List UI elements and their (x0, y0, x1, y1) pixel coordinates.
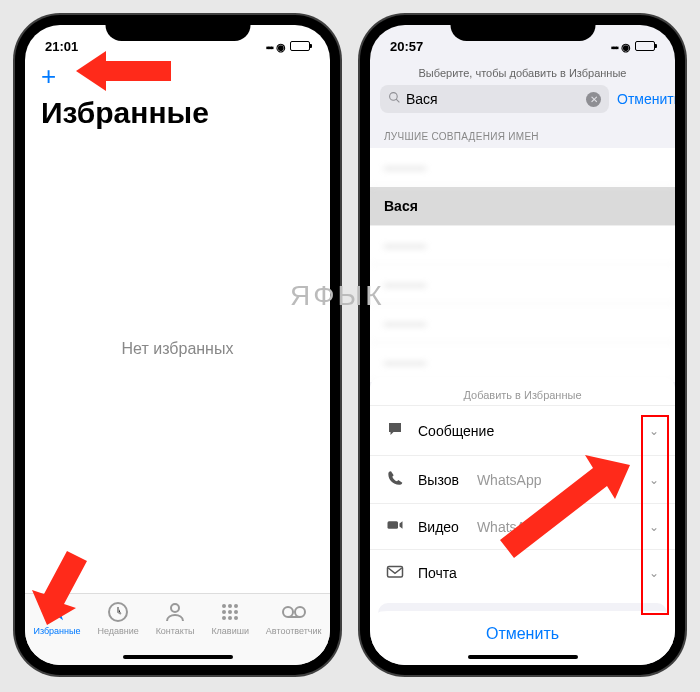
wifi-icon (621, 39, 631, 54)
search-input[interactable] (406, 91, 581, 107)
contact-list: ——— Вася ——— ——— ——— ——— (370, 148, 675, 382)
svg-point-2 (222, 604, 226, 608)
svg-point-14 (390, 93, 398, 101)
action-label: Почта (418, 565, 457, 581)
tab-label: Контакты (156, 626, 195, 636)
search-input-container[interactable]: ✕ (380, 85, 609, 113)
annotation-arrow (490, 455, 630, 575)
svg-rect-17 (388, 567, 403, 578)
contact-row[interactable]: Вася (370, 187, 675, 226)
cancel-search-button[interactable]: Отменить (617, 91, 675, 107)
tab-voicemail[interactable]: Автоответчик (266, 600, 322, 665)
home-indicator[interactable] (468, 655, 578, 659)
add-favorite-button[interactable]: + (25, 59, 330, 94)
clear-search-button[interactable]: ✕ (586, 92, 601, 107)
contact-row[interactable]: ——— (370, 148, 675, 187)
picker-title: Выберите, чтобы добавить в Избранные (370, 59, 675, 85)
annotation-arrow (32, 545, 92, 625)
search-icon (388, 91, 401, 107)
section-header: ЛУЧШИЕ СОВПАДЕНИЯ ИМЕН (370, 121, 675, 148)
svg-point-8 (222, 616, 226, 620)
svg-point-11 (283, 607, 293, 617)
contact-row[interactable]: ——— (370, 304, 675, 343)
annotation-arrow (76, 46, 176, 96)
contact-row[interactable]: ——— (370, 226, 675, 265)
svg-point-10 (234, 616, 238, 620)
battery-icon (290, 41, 310, 51)
svg-point-6 (228, 610, 232, 614)
svg-point-4 (234, 604, 238, 608)
person-icon (163, 600, 187, 624)
battery-icon (635, 41, 655, 51)
svg-point-1 (171, 604, 179, 612)
action-label: Видео (418, 519, 459, 535)
action-message[interactable]: Сообщение ⌄ (370, 405, 675, 455)
svg-point-12 (295, 607, 305, 617)
mail-icon (386, 564, 404, 581)
page-title: Избранные (25, 94, 330, 140)
empty-state-text: Нет избранных (25, 340, 330, 358)
svg-line-15 (396, 99, 399, 102)
tab-label: Клавиши (211, 626, 249, 636)
status-time: 20:57 (390, 39, 423, 54)
home-indicator[interactable] (123, 655, 233, 659)
tab-label: Избранные (33, 626, 80, 636)
svg-point-9 (228, 616, 232, 620)
tab-label: Недавние (97, 626, 138, 636)
video-icon (386, 518, 404, 535)
wifi-icon (276, 39, 286, 54)
action-label: Вызов (418, 472, 459, 488)
action-sheet-title: Добавить в Избранные (370, 383, 675, 405)
action-label: Сообщение (418, 423, 494, 439)
phone-icon (386, 470, 404, 489)
tab-label: Автоответчик (266, 626, 322, 636)
voicemail-icon (282, 600, 306, 624)
signal-icon (266, 39, 272, 54)
annotation-chevron-box (641, 415, 669, 615)
message-icon (386, 420, 404, 441)
signal-icon (611, 39, 617, 54)
svg-rect-16 (388, 521, 399, 529)
clock-icon (106, 600, 130, 624)
svg-point-3 (228, 604, 232, 608)
svg-point-5 (222, 610, 226, 614)
svg-point-7 (234, 610, 238, 614)
action-sheet-cancel-button[interactable]: Отменить (378, 603, 667, 657)
keypad-icon (218, 600, 242, 624)
contact-row[interactable]: ——— (370, 265, 675, 304)
status-time: 21:01 (45, 39, 78, 54)
